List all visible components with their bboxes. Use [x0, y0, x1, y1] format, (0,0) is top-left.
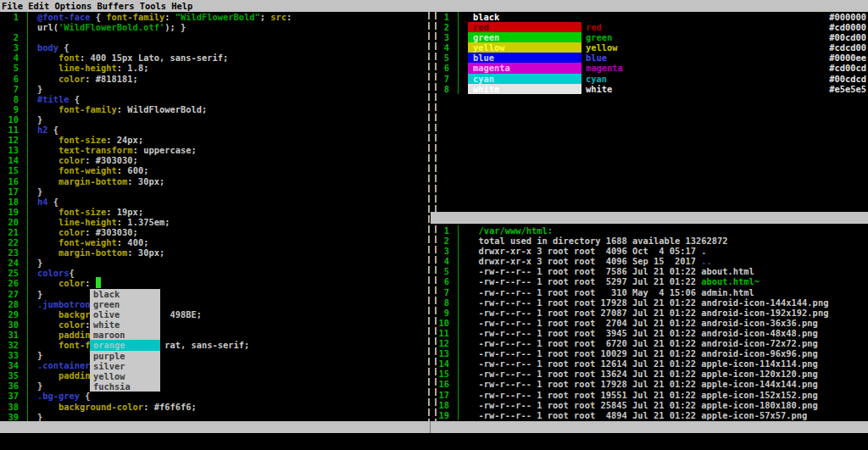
- dired-row[interactable]: 9 -rw-r--r-- 1 root root 27087 Jul 21 01…: [431, 308, 868, 318]
- popup-item-maroon[interactable]: maroon: [90, 330, 160, 340]
- popup-item-yellow[interactable]: yellow: [90, 371, 160, 381]
- dired-row[interactable]: 18 -rw-r--r-- 1 root root 25845 Jul 21 0…: [431, 400, 868, 410]
- echo-area[interactable]: [0, 433, 868, 450]
- code-line[interactable]: 39}: [0, 412, 429, 421]
- dired-row[interactable]: 2 total used in directory 1688 available…: [431, 236, 868, 246]
- code-line[interactable]: 36}: [0, 381, 429, 391]
- dired-row[interactable]: 6 -rw-r--r-- 1 root root 5297 Jul 21 01:…: [431, 276, 868, 286]
- code-line[interactable]: 38 background-color: #f6f6f6;: [0, 402, 429, 412]
- popup-item-green[interactable]: green: [90, 299, 160, 309]
- menu-item-buffers[interactable]: Buffers: [97, 1, 135, 11]
- css-editor-window[interactable]: 1@font-face { font-family: "WildFlowerBo…: [0, 12, 429, 421]
- popup-item-black[interactable]: black: [90, 289, 160, 299]
- line-text: -rw-r--r-- 1 root root 310 May 4 15:06 a…: [468, 287, 754, 297]
- line-number: 36: [0, 381, 28, 391]
- line-text: -rw-r--r-- 1 root root 3945 Jul 21 01:22…: [468, 328, 818, 338]
- color-swatch: magenta: [468, 63, 581, 73]
- line-text: font-weight: 600;: [37, 165, 148, 175]
- code-line[interactable]: 33}: [0, 350, 429, 360]
- dired-row[interactable]: 17 -rw-r--r-- 1 root root 19551 Jul 21 0…: [431, 390, 868, 400]
- code-line[interactable]: 35 paddin: [0, 370, 429, 381]
- code-line[interactable]: 31 paddin: [0, 330, 429, 340]
- code-line[interactable]: 27}: [0, 289, 429, 299]
- code-line[interactable]: 22 font-weight: 400;: [0, 237, 429, 247]
- code-line[interactable]: 37.bg-grey {: [0, 391, 429, 401]
- code-line[interactable]: 3body {: [0, 42, 429, 53]
- code-line[interactable]: 9 font-family: WildFlowerBold;: [0, 104, 429, 114]
- line-text: -rw-r--r-- 1 root root 10029 Jul 21 01:2…: [468, 348, 818, 358]
- line-text: }: [37, 381, 42, 391]
- code-line[interactable]: 10}: [0, 114, 429, 125]
- code-line[interactable]: 8#title {: [0, 94, 429, 104]
- code-line[interactable]: 26 color:: [0, 278, 429, 288]
- code-line[interactable]: 7}: [0, 84, 429, 94]
- code-line[interactable]: 30 color:: [0, 319, 429, 330]
- dired-row[interactable]: 8 -rw-r--r-- 1 root root 17928 Jul 21 01…: [431, 297, 868, 308]
- dired-row[interactable]: 5 -rw-r--r-- 1 root root 7586 Jul 21 01:…: [431, 266, 868, 276]
- menu-item-help[interactable]: Help: [171, 1, 192, 11]
- code-line[interactable]: 15 font-weight: 600;: [0, 165, 429, 175]
- dired-row[interactable]: 11 -rw-r--r-- 1 root root 3945 Jul 21 01…: [431, 328, 868, 338]
- window-divider: [428, 12, 430, 421]
- popup-item-fuchsia[interactable]: fuchsia: [90, 381, 160, 392]
- code-line[interactable]: 19 font-size: 19px;: [0, 207, 429, 217]
- color-swatch: cyan: [468, 74, 581, 84]
- popup-item-orange[interactable]: orange: [90, 340, 160, 350]
- dired-row[interactable]: 16 -rw-r--r-- 1 root root 17928 Jul 21 0…: [431, 379, 868, 389]
- code-line[interactable]: url('WildFlowerBold.otf'); }: [0, 22, 429, 32]
- line-text: }: [37, 258, 42, 268]
- autocomplete-popup[interactable]: blackgreenolivewhitemaroonorangepurplesi…: [90, 289, 160, 392]
- color-row-content: whitewhite: [468, 84, 612, 94]
- code-line[interactable]: 16 margin-bottom: 30px;: [0, 176, 429, 186]
- dired-row[interactable]: 1 /var/www/html:: [431, 225, 868, 236]
- color-hex: #cd0000: [829, 22, 866, 32]
- code-line[interactable]: 13 text-transform: uppercase;: [0, 145, 429, 155]
- code-line[interactable]: 1@font-face { font-family: "WildFlowerBo…: [0, 12, 429, 22]
- color-row-content: redred: [468, 22, 602, 32]
- popup-item-olive[interactable]: olive: [90, 309, 160, 319]
- dired-row[interactable]: 12 -rw-r--r-- 1 root root 6720 Jul 21 01…: [431, 338, 868, 348]
- code-line[interactable]: 6 color: #818181;: [0, 74, 429, 84]
- line-text: -rw-r--r-- 1 root root 4894 Jul 21 01:22…: [468, 410, 807, 420]
- dired-row[interactable]: 14 -rw-r--r-- 1 root root 12614 Jul 21 0…: [431, 358, 868, 369]
- dired-row[interactable]: 10 -rw-r--r-- 1 root root 2704 Jul 21 01…: [431, 318, 868, 328]
- dired-window[interactable]: 1 /var/www/html:2 total used in director…: [431, 224, 868, 421]
- popup-item-purple[interactable]: purple: [90, 351, 160, 361]
- code-line[interactable]: 34.container: [0, 360, 429, 370]
- code-line[interactable]: 14 color: #303030;: [0, 155, 429, 165]
- code-line[interactable]: 32 font-f rat, sans-serif;: [0, 340, 429, 350]
- popup-item-silver[interactable]: silver: [90, 361, 160, 371]
- dired-row[interactable]: 3 drwxr-xr-x 3 root root 4096 Oct 4 05:1…: [431, 246, 868, 256]
- line-text: total used in directory 1688 available 1…: [468, 236, 728, 246]
- modeline-colors: -UUU:%%--F1 *Colors* All (1,0) (Help Wra…: [431, 212, 868, 224]
- code-line[interactable]: 11h2 {: [0, 125, 429, 135]
- code-line[interactable]: 4 font: 400 15px Lato, sans-serif;: [0, 53, 429, 63]
- code-line[interactable]: 28.jumbotron: [0, 299, 429, 309]
- dired-row[interactable]: 7 -rw-r--r-- 1 root root 310 May 4 15:06…: [431, 287, 868, 297]
- code-line[interactable]: 2: [0, 32, 429, 42]
- dired-row[interactable]: 15 -rw-r--r-- 1 root root 13624 Jul 21 0…: [431, 369, 868, 379]
- code-line[interactable]: 12 font-size: 24px;: [0, 135, 429, 145]
- line-text: paddin: [37, 330, 91, 340]
- line-text: line-height: 1.375em;: [37, 217, 170, 227]
- menu-item-options[interactable]: Options: [55, 1, 92, 11]
- line-number: 13: [0, 145, 28, 155]
- code-line[interactable]: 23 margin-bottom: 30px;: [0, 247, 429, 258]
- code-line[interactable]: 20 line-height: 1.375em;: [0, 217, 429, 227]
- code-line[interactable]: 24}: [0, 258, 429, 268]
- menu-item-edit[interactable]: Edit: [28, 1, 49, 11]
- dired-row[interactable]: 4 drwxr-xr-x 3 root root 4096 Sep 15 201…: [431, 256, 868, 266]
- line-number: 27: [0, 289, 28, 299]
- menu-item-file[interactable]: File: [2, 1, 23, 11]
- code-line[interactable]: 29 backgr 498BE;: [0, 309, 429, 319]
- code-line[interactable]: 18h4 {: [0, 197, 429, 207]
- code-line[interactable]: 25colors{: [0, 268, 429, 278]
- dired-row[interactable]: 19 -rw-r--r-- 1 root root 4894 Jul 21 01…: [431, 410, 868, 420]
- color-swatch: white: [468, 84, 581, 94]
- code-line[interactable]: 17}: [0, 186, 429, 197]
- menu-item-tools[interactable]: Tools: [140, 1, 166, 11]
- dired-row[interactable]: 13 -rw-r--r-- 1 root root 10029 Jul 21 0…: [431, 348, 868, 358]
- code-line[interactable]: 5 line-height: 1.8;: [0, 63, 429, 73]
- code-line[interactable]: 21 color: #303030;: [0, 227, 429, 237]
- popup-item-white[interactable]: white: [90, 319, 160, 330]
